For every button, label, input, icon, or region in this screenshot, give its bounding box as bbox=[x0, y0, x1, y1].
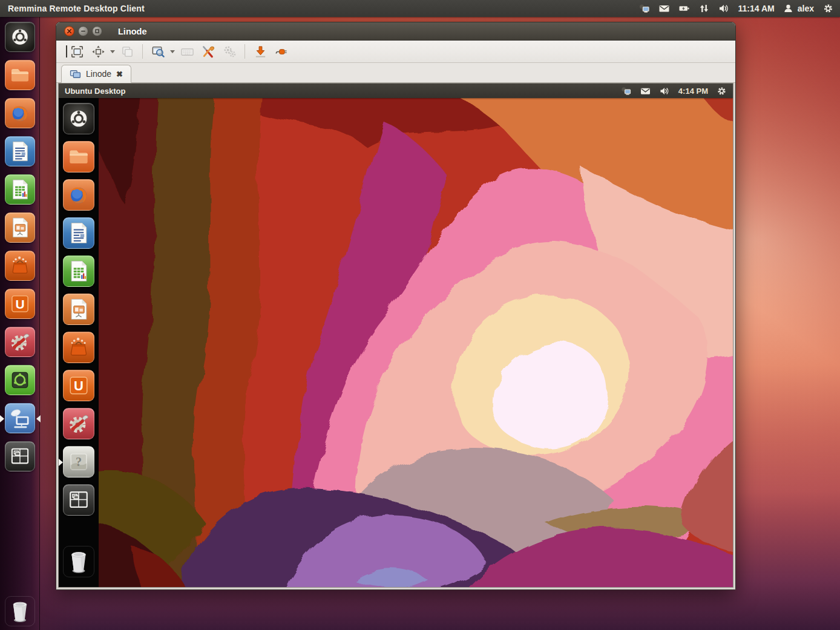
tab-close-icon[interactable]: ✖ bbox=[116, 70, 123, 78]
launcher-item-home-folder[interactable] bbox=[63, 141, 94, 172]
launcher-item-ubuntu-one[interactable]: U bbox=[63, 370, 94, 401]
disconnect-button[interactable] bbox=[272, 43, 291, 61]
launcher-item-workspace-switcher[interactable] bbox=[63, 484, 94, 516]
launcher-item-libreoffice-impress[interactable] bbox=[5, 212, 35, 243]
fullscreen-button[interactable] bbox=[67, 43, 87, 61]
screenshot-button[interactable] bbox=[251, 43, 270, 61]
remmina-tray-icon[interactable] bbox=[638, 4, 651, 14]
close-button[interactable] bbox=[64, 26, 74, 36]
remote-indicator-area: 4:14 PM bbox=[620, 86, 727, 96]
launcher-item-trash[interactable] bbox=[63, 546, 94, 577]
launcher-item-ubuntu-one[interactable]: U bbox=[5, 289, 35, 319]
remote-top-panel: Ubuntu Desktop 4:14 PM bbox=[59, 84, 733, 98]
tools-button[interactable] bbox=[199, 43, 218, 61]
launcher-item-libreoffice-calc[interactable] bbox=[63, 255, 94, 287]
connection-tab-icon bbox=[70, 69, 81, 79]
launcher-item-unknown-app[interactable]: ? bbox=[63, 446, 94, 477]
host-indicator-area: 11:14 AM alex bbox=[638, 4, 834, 14]
toolbar-separator bbox=[142, 44, 143, 59]
svg-text:U: U bbox=[15, 297, 24, 311]
remote-session-gear-icon[interactable] bbox=[715, 86, 727, 96]
launcher-item-dash-home[interactable] bbox=[5, 22, 35, 52]
volume-icon[interactable] bbox=[718, 4, 730, 14]
launcher-item-libreoffice-impress[interactable] bbox=[63, 294, 94, 325]
mail-icon[interactable] bbox=[640, 86, 652, 96]
host-clock[interactable]: 11:14 AM bbox=[738, 4, 775, 13]
launcher-item-system-settings[interactable] bbox=[63, 408, 94, 439]
connection-tab-label: Linode bbox=[86, 69, 111, 79]
launcher-item-libreoffice-writer[interactable] bbox=[5, 136, 35, 166]
remote-screen[interactable]: Ubuntu Desktop 4:14 PM bbox=[58, 83, 733, 588]
launcher-item-software-center[interactable] bbox=[5, 251, 35, 281]
maximize-button[interactable] bbox=[92, 26, 102, 36]
launcher-item-firefox[interactable] bbox=[63, 179, 94, 211]
launcher-item-libreoffice-writer[interactable] bbox=[63, 217, 94, 249]
grab-keyboard-button[interactable] bbox=[177, 43, 197, 61]
remmina-toolbar bbox=[56, 41, 735, 63]
launcher-item-libreoffice-calc[interactable] bbox=[5, 174, 35, 205]
host-top-panel: Remmina Remote Desktop Client 11:14 AM a… bbox=[0, 0, 840, 17]
launcher-item-home-folder[interactable] bbox=[5, 60, 35, 90]
scaled-mode-button[interactable] bbox=[148, 43, 168, 61]
host-launcher: U bbox=[0, 17, 40, 630]
launcher-item-workspace-switcher[interactable] bbox=[5, 441, 35, 471]
launcher-item-firefox[interactable] bbox=[5, 98, 35, 128]
launcher-item-dash-home[interactable] bbox=[63, 103, 94, 134]
volume-icon[interactable] bbox=[659, 86, 671, 96]
remmina-window: Linode Linode ✖ Ubuntu Desktop 4:14 PM bbox=[56, 22, 736, 590]
remote-panel-title[interactable]: Ubuntu Desktop bbox=[65, 87, 125, 96]
toolbar-separator bbox=[244, 44, 245, 59]
svg-text:U: U bbox=[74, 378, 84, 393]
user-name: alex bbox=[798, 4, 814, 13]
connection-tabbar: Linode ✖ bbox=[56, 63, 735, 83]
connection-tab-linode[interactable]: Linode ✖ bbox=[61, 65, 131, 83]
window-title: Linode bbox=[118, 27, 147, 36]
remote-clock[interactable]: 4:14 PM bbox=[678, 87, 708, 96]
svg-text:?: ? bbox=[76, 455, 82, 468]
app-title: Remmina Remote Desktop Client bbox=[8, 4, 145, 13]
remote-tray bbox=[620, 86, 671, 96]
minimize-button[interactable] bbox=[78, 26, 88, 36]
remote-session-view: Ubuntu Desktop 4:14 PM bbox=[56, 83, 735, 589]
window-controls bbox=[64, 26, 102, 36]
remote-desktop-wallpaper bbox=[99, 98, 733, 587]
launcher-item-system-settings[interactable] bbox=[5, 327, 35, 357]
duplicate-connection-button[interactable] bbox=[117, 43, 137, 61]
session-gear-icon[interactable] bbox=[822, 4, 834, 14]
sync-arrows-icon[interactable] bbox=[698, 4, 710, 14]
remmina-tray-icon[interactable] bbox=[620, 86, 632, 96]
remote-launcher: U? bbox=[59, 98, 99, 587]
resize-window-button[interactable] bbox=[88, 43, 108, 61]
host-tray bbox=[638, 4, 730, 14]
launcher-item-landscape[interactable] bbox=[5, 365, 35, 395]
connection-settings-button[interactable] bbox=[220, 43, 239, 61]
launcher-item-remmina[interactable] bbox=[5, 403, 35, 433]
user-icon bbox=[783, 4, 795, 14]
mail-icon[interactable] bbox=[658, 4, 671, 14]
launcher-item-trash[interactable] bbox=[5, 596, 35, 626]
launcher-item-software-center[interactable] bbox=[63, 332, 94, 363]
user-menu[interactable]: alex bbox=[783, 4, 814, 14]
battery-icon[interactable] bbox=[678, 4, 691, 14]
window-titlebar[interactable]: Linode bbox=[56, 22, 735, 41]
